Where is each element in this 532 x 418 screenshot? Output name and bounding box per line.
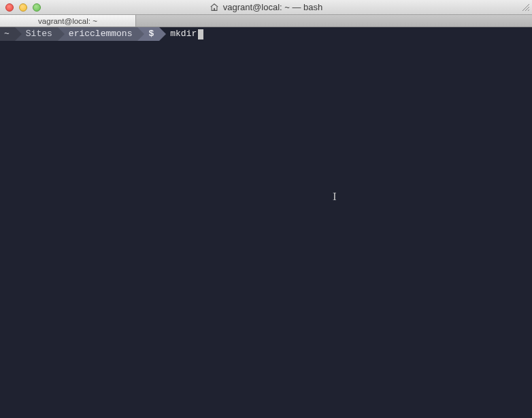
terminal-cursor: [198, 29, 203, 39]
close-button[interactable]: [5, 3, 14, 12]
prompt-seg-dir-text: ericclemmons: [69, 28, 133, 40]
prompt-dollar-text: $: [148, 28, 154, 40]
terminal-area[interactable]: ~ Sites ericclemmons $ mkdir I: [0, 27, 532, 418]
prompt-seg-home-text: ~: [4, 28, 10, 40]
minimize-button[interactable]: [19, 3, 27, 12]
home-icon: [210, 3, 219, 12]
window-titlebar: vagrant@local: ~ — bash: [0, 0, 532, 15]
tab-label: vagrant@local: ~: [38, 17, 97, 25]
command-text: mkdir: [170, 28, 197, 40]
zoom-button[interactable]: [33, 3, 41, 12]
tab-bar: vagrant@local: ~: [0, 15, 532, 27]
prompt-segment-dir: ericclemmons: [58, 27, 138, 41]
title-content: vagrant@local: ~ — bash: [0, 2, 532, 12]
resize-icon[interactable]: [521, 3, 531, 12]
prompt-segment-home: ~: [0, 27, 15, 41]
window-title-text: vagrant@local: ~ — bash: [223, 2, 323, 12]
traffic-lights: [0, 3, 41, 12]
tab-active[interactable]: vagrant@local: ~: [0, 15, 136, 27]
svg-line-3: [528, 10, 529, 11]
prompt-seg-sites-text: Sites: [26, 28, 52, 40]
prompt-line: ~ Sites ericclemmons $ mkdir: [0, 27, 532, 41]
ibeam-cursor-icon: I: [333, 191, 337, 203]
svg-rect-0: [214, 7, 215, 10]
